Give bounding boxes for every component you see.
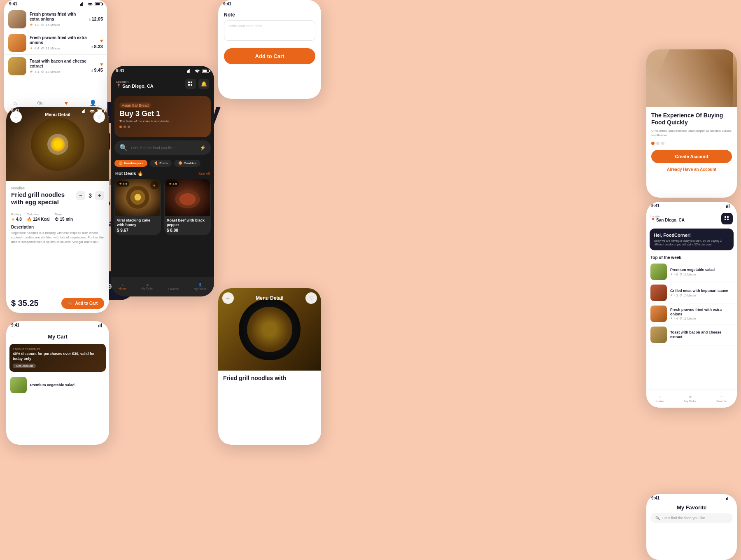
already-have-account-link[interactable]: Already Have an Account xyxy=(651,167,732,172)
promo-label: FoodCort Discount xyxy=(13,347,103,351)
nav-home-8[interactable]: ⌂Home xyxy=(656,395,664,403)
svg-rect-20 xyxy=(191,82,192,83)
svg-rect-9 xyxy=(83,110,84,113)
qty-number: 3 xyxy=(89,192,92,199)
heart-icon-1[interactable]: ♥ xyxy=(100,38,103,44)
back-button-3[interactable]: ← xyxy=(9,331,19,341)
phone-note: 9:41 Note Write your note here Add to Ca… xyxy=(218,0,321,99)
nav-fav-dark[interactable]: ♡Favorite xyxy=(168,283,179,290)
svg-point-29 xyxy=(179,193,196,205)
nav-order-dark[interactable]: 🛍My Order xyxy=(141,283,153,290)
category-pizza[interactable]: 🍕 Pizza xyxy=(150,160,172,167)
status-bar-5: 9:41 xyxy=(218,0,321,8)
phone4-header: Location 📍 San Diego, CA 🔔 xyxy=(111,75,214,93)
hot-deals-header: Hot Deals 🔥 See All xyxy=(111,168,214,179)
fav-button-6[interactable]: ♡ xyxy=(305,292,317,304)
slide-dot-2 xyxy=(656,142,659,145)
qty-plus-button[interactable]: + xyxy=(95,191,104,200)
create-account-button[interactable]: Create Account xyxy=(651,150,732,163)
list-food-3[interactable]: Toast with bacon and cheese extract xyxy=(646,324,737,345)
heart-icon-2[interactable]: ♥ xyxy=(100,61,103,67)
food-item-1[interactable]: Fresh prawns fried with extra onions ★ 4… xyxy=(4,31,107,55)
food-thumb-2 xyxy=(8,57,26,75)
category-hamburgers[interactable]: 🍔 Hamburgers xyxy=(114,160,147,167)
home-icon-8: ⌂ xyxy=(659,395,661,399)
menu-grid-icon[interactable] xyxy=(185,79,196,89)
list-info-1: Grilled meat with kepunari sauce ★ 4.3 ⏱… xyxy=(670,289,733,297)
food-item-0[interactable]: Fresh prawns fried with extra onions ★ 4… xyxy=(4,8,107,31)
cart-icon: 🛒 xyxy=(68,301,73,306)
search-bar-dark[interactable]: 🔍 Let's find the food you like ⚡ xyxy=(114,140,211,155)
list-info-2: Fresh prawns fried with extra onions ★ 4… xyxy=(670,308,733,320)
filter-icon[interactable]: ⚡ xyxy=(200,145,206,151)
phone-cart: 9:41 ← My Cart FoodCort Discount 40% dis… xyxy=(6,321,109,445)
svg-rect-35 xyxy=(725,219,726,220)
notification-icon-8[interactable] xyxy=(721,213,733,224)
food-fav-0[interactable]: ♥ xyxy=(150,181,158,189)
svg-point-18 xyxy=(197,72,198,72)
add-to-cart-button-5[interactable]: Add to Cart xyxy=(224,48,315,64)
category-label: Noodles xyxy=(11,186,104,190)
greeting-banner: Hei, FoodCorner! today we are having a c… xyxy=(650,229,734,250)
profile-icon: 👤 xyxy=(89,100,96,106)
add-to-cart-button-2[interactable]: 🛒 Add to Cart xyxy=(61,298,104,309)
food-item-2[interactable]: Toast with bacon and cheese extract ★ 4.… xyxy=(4,55,107,78)
cart-food-row: Premium vegetable salad xyxy=(6,374,109,396)
bottom-nav-8: ⌂Home 🛍My Order ♡Favorite xyxy=(646,390,737,408)
nav-home-dark[interactable]: ⌂Home xyxy=(119,283,126,290)
signup-sub: Urna amet, suspendisse ullamcorper ac fa… xyxy=(651,128,732,138)
star-0: ★ xyxy=(30,23,33,27)
phone6-content: Fried grill noodles with xyxy=(218,371,321,385)
svg-rect-33 xyxy=(725,216,726,218)
see-all-button[interactable]: See All xyxy=(198,172,210,176)
food-thumb-0 xyxy=(8,10,26,28)
phone2-content: Noodles Fried grill noodles with egg spe… xyxy=(6,181,109,253)
phone-favorites: 9:41 Fresh prawns fried with extra onion… xyxy=(4,0,107,115)
food-card-1[interactable]: ★ 4.5 Roast beef with black pepper $ 8.0… xyxy=(164,179,211,235)
qty-minus-button[interactable]: − xyxy=(76,191,85,200)
svg-rect-32 xyxy=(729,204,729,208)
food-card-info-1: Roast beef with black pepper $ 8.00 xyxy=(164,216,211,235)
search-bar-fav[interactable]: 🔍 Let's find the food you like xyxy=(650,513,733,523)
status-bar-9: 9:41 xyxy=(646,494,737,502)
food-info-2: Toast with bacon and cheese extract ★ 4.… xyxy=(30,59,88,74)
notification-icon[interactable]: 🔔 xyxy=(198,79,209,89)
list-food-2[interactable]: Fresh prawns fried with extra onions ★ 4… xyxy=(646,303,737,324)
list-food-0[interactable]: Premium vegetable salad ★ 4.6 ⏱ 12 Minut… xyxy=(646,261,737,282)
promo-banner: FoodCort Discount 40% discount for purch… xyxy=(9,344,106,372)
cart-food-thumb xyxy=(10,377,27,393)
food-card-img-0: ★ 4.5 ♥ xyxy=(114,179,161,216)
location-row: Location 📍 San Diego, CA 🔔 xyxy=(116,79,209,89)
list-thumb-0 xyxy=(650,264,667,280)
star-list-0: ★ xyxy=(670,273,673,276)
note-input[interactable]: Write your note here xyxy=(224,20,315,41)
nav-order-8[interactable]: 🛍My Order xyxy=(684,395,696,403)
food-card-0[interactable]: ★ 4.5 ♥ Viral stacking cake with honey $… xyxy=(114,179,161,235)
pin-icon-8: 📍 xyxy=(650,218,655,222)
egg-yolk xyxy=(51,137,65,152)
phone-my-favorite: 9:41 My Favorite 🔍 Let's find the food y… xyxy=(646,494,737,560)
star-list-1: ★ xyxy=(670,294,673,297)
category-cookies[interactable]: 🍪 Cookies xyxy=(174,160,200,167)
noodle-plate xyxy=(239,299,301,360)
slide-dot-1 xyxy=(651,142,655,145)
svg-rect-4 xyxy=(80,4,81,6)
back-button-6[interactable]: ← xyxy=(222,292,234,304)
food-card-img-1: ★ 4.5 xyxy=(164,179,211,216)
photo-overlay xyxy=(646,49,737,107)
status-bar-8: 9:41 xyxy=(646,202,737,210)
food-meta-1: ★ 4.4 ⏱ 11 Minute xyxy=(30,46,88,50)
fav-icon-8: ♡ xyxy=(720,395,723,399)
nav-fav-8[interactable]: ♡Favorite xyxy=(716,395,727,403)
dish-title: Fried grill noodles with egg special xyxy=(11,191,69,206)
list-food-1[interactable]: Grilled meat with kepunari sauce ★ 4.3 ⏱… xyxy=(646,282,737,303)
banner-dots xyxy=(119,126,206,128)
promo-banner-dark[interactable]: Asian Baf Bread Buy 3 Get 1 The taste of… xyxy=(114,96,211,137)
dot-1 xyxy=(119,126,122,128)
food-thumb-1 xyxy=(8,34,26,52)
svg-point-26 xyxy=(135,194,141,201)
get-discount-button[interactable]: Get Discount xyxy=(13,364,36,368)
categories-row: 🍔 Hamburgers 🍕 Pizza 🍪 Cookies xyxy=(111,158,214,168)
svg-rect-10 xyxy=(84,109,85,113)
nav-profile-dark[interactable]: 👤My Profile xyxy=(194,283,207,290)
